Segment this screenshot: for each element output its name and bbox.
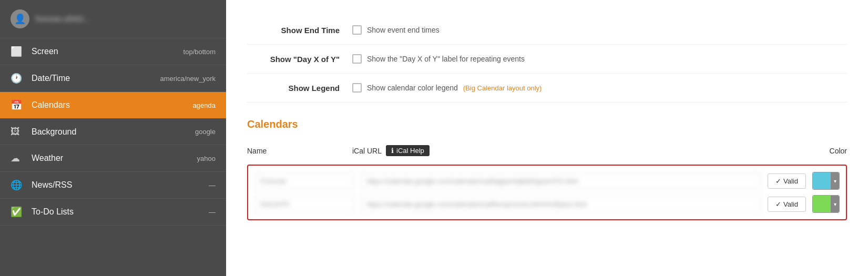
color-swatch-2[interactable]: ▾ [812,195,840,213]
sidebar-item-value: top/bottom [183,48,216,56]
sidebar-item-label: To-Do Lists [32,207,209,217]
clock-icon: 🕐 [11,73,25,84]
color-dropdown-arrow-1: ▾ [831,172,839,189]
table-row: ✓ Valid ▾ [254,172,840,190]
screen-icon: ⬜ [11,46,25,57]
sidebar-user[interactable]: 👤 frororan.uRAD... [0,0,226,38]
main-content: Show End Time Show event end times Show … [226,0,868,276]
show-day-x-description: Show the "Day X of Y" label for repeatin… [367,55,525,63]
sidebar-item-value: america/new_york [160,75,216,83]
color-dropdown-arrow-2: ▾ [831,196,839,212]
ical-url-label: iCal URL [352,147,382,155]
calendars-section-title: Calendars [247,118,847,130]
show-legend-checkbox[interactable] [352,83,362,93]
sidebar-item-value: google [195,128,216,136]
show-legend-description: Show calendar color legend [367,84,458,92]
valid-badge-1: ✓ Valid [768,173,806,189]
sidebar-item-label: Screen [32,47,183,56]
show-legend-row: Show Legend Show calendar color legend (… [247,74,847,103]
sidebar-item-datetime[interactable]: 🕐 Date/Time america/new_york [0,65,226,92]
sidebar-item-value: — [209,208,216,216]
col-ical-header: iCal URL ℹ iCal Help [352,145,430,156]
calendar-icon: 📅 [11,99,25,111]
sidebar-item-value: agenda [193,101,216,109]
show-legend-label: Show Legend [247,84,352,93]
show-end-time-row: Show End Time Show event end times [247,16,847,45]
show-end-time-checkbox[interactable] [352,25,362,35]
calendars-section: Calendars Name iCal URL ℹ iCal Help Colo… [247,118,847,220]
ical-help-label: iCal Help [396,147,424,155]
sidebar-item-label: Date/Time [32,74,160,83]
show-end-time-description: Show event end times [367,26,440,34]
calendar-url-input-2[interactable] [361,196,761,213]
sidebar-item-value: — [209,181,216,189]
calendar-name-input-2[interactable] [254,196,354,213]
weather-icon: ☁ [11,152,25,164]
color-swatch-1[interactable]: ▾ [812,172,840,190]
show-legend-note: (Big Calendar layout only) [463,84,542,92]
show-legend-control: Show calendar color legend (Big Calendar… [352,83,542,93]
info-icon: ℹ [391,147,394,155]
calendars-table-header: Name iCal URL ℹ iCal Help Color [247,141,847,160]
show-day-x-label: Show "Day X of Y" [247,55,352,64]
globe-icon: 🌐 [11,179,25,191]
sidebar-item-newsrss[interactable]: 🌐 News/RSS — [0,172,226,199]
col-name-header: Name [247,147,352,155]
sidebar-item-value: yahoo [197,155,216,162]
show-end-time-control: Show event end times [352,25,440,35]
ical-help-button[interactable]: ℹ iCal Help [386,145,430,156]
sidebar: 👤 frororan.uRAD... ⬜ Screen top/bottom 🕐… [0,0,226,276]
show-end-time-label: Show End Time [247,26,352,35]
sidebar-item-label: Background [32,127,195,137]
image-icon: 🖼 [11,126,25,137]
show-day-x-checkbox[interactable] [352,54,362,64]
sidebar-item-calendars[interactable]: 📅 Calendars agenda [0,92,226,119]
col-color-header: Color [830,147,847,155]
checklist-icon: ✅ [11,206,25,218]
user-avatar-icon: 👤 [11,9,29,28]
valid-badge-2: ✓ Valid [768,197,806,212]
sidebar-username: frororan.uRAD... [36,15,216,23]
sidebar-item-label: Calendars [32,100,193,110]
sidebar-item-background[interactable]: 🖼 Background google [0,119,226,145]
show-day-x-row: Show "Day X of Y" Show the "Day X of Y" … [247,45,847,74]
sidebar-item-label: Weather [32,154,197,163]
sidebar-item-todolists[interactable]: ✅ To-Do Lists — [0,199,226,226]
sidebar-item-label: News/RSS [32,180,209,190]
table-row: ✓ Valid ▾ [254,195,840,213]
sidebar-item-weather[interactable]: ☁ Weather yahoo [0,145,226,172]
calendar-url-input-1[interactable] [361,172,761,190]
sidebar-item-screen[interactable]: ⬜ Screen top/bottom [0,38,226,65]
show-day-x-control: Show the "Day X of Y" label for repeatin… [352,54,525,64]
calendar-name-input-1[interactable] [254,172,354,190]
calendars-table-body: ✓ Valid ▾ ✓ Valid ▾ [247,165,847,220]
